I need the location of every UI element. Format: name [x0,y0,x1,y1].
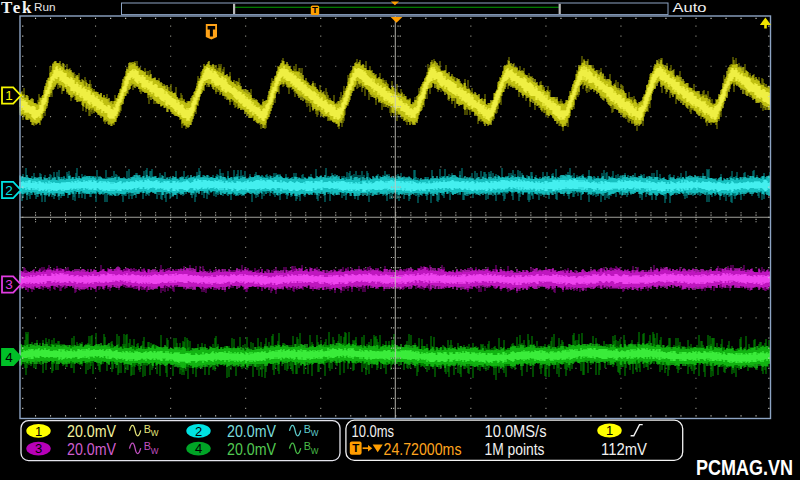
svg-text:Auto: Auto [673,0,707,15]
svg-text:Tek: Tek [1,0,32,17]
svg-text:1M points: 1M points [485,441,545,458]
svg-text:10.0MS/s: 10.0MS/s [485,423,547,440]
svg-text:Run: Run [34,1,56,13]
svg-text:24.72000ms: 24.72000ms [384,441,462,458]
svg-text:4: 4 [195,441,202,456]
svg-text:PCMAG.VN: PCMAG.VN [696,456,793,480]
svg-text:20.0mV: 20.0mV [67,441,116,458]
svg-text:3: 3 [5,277,13,292]
svg-text:2: 2 [195,424,202,439]
svg-text:10.0ms: 10.0ms [352,423,395,440]
svg-text:W: W [311,429,319,438]
svg-text:20.0mV: 20.0mV [227,423,276,440]
svg-text:112mV: 112mV [601,441,647,458]
svg-text:W: W [311,447,319,456]
svg-text:20.0mV: 20.0mV [67,423,116,440]
svg-text:1: 1 [606,423,613,438]
svg-text:4: 4 [5,350,13,365]
svg-text:W: W [151,447,159,456]
svg-text:T: T [312,4,318,15]
svg-text:20.0mV: 20.0mV [227,441,276,458]
svg-text:1: 1 [5,88,13,103]
svg-text:W: W [151,429,159,438]
svg-text:1: 1 [35,424,42,439]
svg-text:2: 2 [5,183,13,198]
svg-text:3: 3 [35,441,42,456]
svg-text:T: T [352,442,359,454]
